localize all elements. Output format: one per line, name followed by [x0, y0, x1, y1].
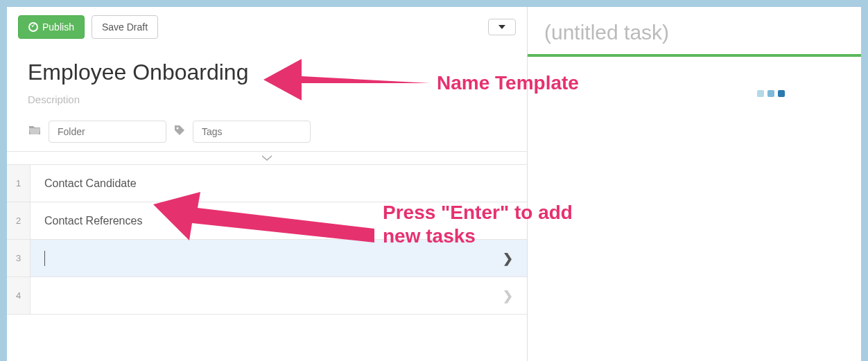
svg-point-0 [177, 127, 179, 129]
more-actions-dropdown[interactable] [488, 19, 516, 35]
loader-dot [767, 90, 774, 97]
text-cursor [44, 251, 45, 266]
save-draft-button[interactable]: Save Draft [92, 15, 158, 39]
chevron-right-icon: ❯ [503, 288, 513, 303]
publish-button[interactable]: Publish [18, 15, 85, 39]
app-frame: Publish Save Draft Employee Onboarding D… [7, 7, 861, 361]
accent-underline [528, 54, 861, 57]
left-panel: Publish Save Draft Employee Onboarding D… [7, 7, 527, 361]
template-title-input[interactable]: Employee Onboarding [28, 60, 506, 85]
task-row[interactable]: 1 Contact Candidate [7, 165, 527, 202]
task-title-input[interactable]: (untitled task) [544, 21, 844, 44]
task-row[interactable]: 4 ❯ [7, 277, 527, 315]
task-row[interactable]: 3 ❯ [7, 240, 527, 277]
description-input[interactable]: Description [28, 94, 506, 105]
folder-icon [28, 125, 42, 139]
chevron-right-icon: ❯ [503, 251, 513, 266]
task-label[interactable]: Contact References [31, 202, 527, 239]
folder-input[interactable] [49, 121, 166, 143]
right-panel: (untitled task) [527, 7, 861, 361]
tag-icon [173, 124, 186, 140]
loader-dot [757, 90, 764, 97]
task-input-active[interactable]: ❯ [31, 240, 527, 276]
loading-indicator [757, 90, 785, 97]
publish-label: Publish [42, 21, 74, 33]
title-block: Employee Onboarding Description [7, 60, 527, 112]
section-collapse-toggle[interactable] [7, 151, 527, 165]
task-number: 4 [7, 277, 31, 314]
save-draft-label: Save Draft [102, 21, 148, 33]
task-input-empty[interactable]: ❯ [31, 277, 527, 314]
chevron-down-icon [498, 25, 505, 29]
task-row[interactable]: 2 Contact References [7, 202, 527, 240]
tags-input[interactable] [193, 121, 311, 143]
meta-row [7, 112, 527, 151]
check-circle-icon [28, 22, 38, 32]
task-label[interactable]: Contact Candidate [31, 165, 527, 202]
toolbar: Publish Save Draft [7, 7, 527, 47]
task-number: 3 [7, 240, 31, 276]
task-number: 2 [7, 202, 31, 239]
loader-dot [778, 90, 785, 97]
task-number: 1 [7, 165, 31, 202]
